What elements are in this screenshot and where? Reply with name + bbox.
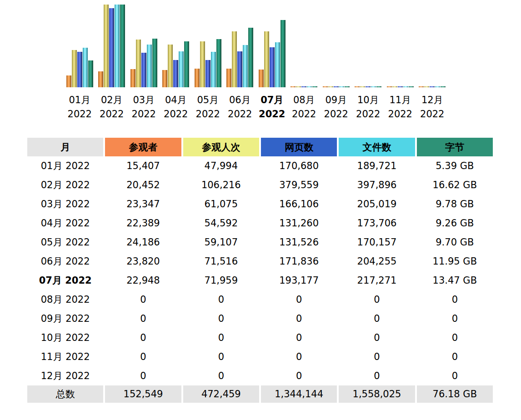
bar-bytes: [248, 28, 253, 87]
cell-month: 10月 2022: [27, 328, 103, 347]
cell-visitors: 20,452: [105, 175, 181, 195]
cell-files: 217,271: [339, 271, 415, 290]
bar-visits: [424, 86, 429, 87]
chart-month-label: 10月2022: [352, 93, 385, 121]
table-header: 月参观者参观人次网页数文件数字节: [27, 138, 493, 156]
table-row: 12月 202200000: [27, 366, 493, 385]
total-visits: 472,459: [183, 385, 259, 403]
table-row: 03月 202223,34761,075166,106205,0199.78 G…: [27, 195, 493, 214]
chart-month-label-year: 2022: [224, 107, 256, 121]
chart-month-label: 07月2022: [256, 93, 288, 121]
bar-files: [179, 51, 184, 87]
chart-month-label-month: 10月: [352, 93, 385, 107]
cell-month: 08月 2022: [27, 290, 103, 309]
bar-visits: [136, 40, 141, 87]
bar-visits: [392, 86, 397, 87]
chart-month-label-year: 2022: [128, 107, 160, 121]
bar-pages: [77, 52, 82, 87]
cell-bytes: 9.78 GB: [417, 195, 493, 214]
cell-pages: 0: [261, 366, 337, 385]
chart-month-group: [224, 5, 256, 87]
bar-visits: [168, 45, 173, 87]
bar-bytes: [345, 86, 350, 87]
chart-month-label-month: 09月: [320, 93, 352, 107]
cell-month: 03月 2022: [27, 195, 103, 214]
chart-month-label-month: 05月: [192, 93, 224, 107]
bar-pages: [205, 60, 210, 87]
table-body: 01月 202215,40747,994170,680189,7215.39 G…: [27, 156, 493, 403]
col-header-pages: 网页数: [261, 138, 337, 156]
chart-month-label-year: 2022: [256, 107, 288, 121]
cell-visitors: 22,948: [105, 271, 181, 290]
cell-pages: 0: [261, 328, 337, 347]
cell-bytes: 0: [417, 366, 493, 385]
cell-month: 11月 2022: [27, 347, 103, 366]
bar-visits: [264, 31, 269, 87]
bar-files: [243, 45, 248, 87]
col-header-files: 文件数: [339, 138, 415, 156]
col-header-visitors: 参观者: [105, 138, 181, 156]
total-pages: 1,344,144: [261, 385, 337, 403]
total-files: 1,558,025: [339, 385, 415, 403]
chart-month-label-year: 2022: [64, 107, 96, 121]
bar-visitors: [387, 86, 392, 87]
cell-visits: 71,959: [183, 271, 259, 290]
cell-visitors: 0: [105, 328, 181, 347]
total-row: 总数152,549472,4591,344,1441,558,02576.18 …: [27, 385, 493, 403]
chart-month-label: 12月2022: [416, 93, 449, 121]
chart-month-group: [384, 5, 416, 87]
chart-month-label: 08月2022: [288, 93, 321, 121]
cell-month: 09月 2022: [27, 309, 103, 328]
cell-bytes: 0: [417, 347, 493, 366]
chart-month-group: [256, 5, 288, 87]
header-row: 月参观者参观人次网页数文件数字节: [27, 138, 493, 156]
chart-month-label-month: 06月: [224, 93, 256, 107]
bar-visitors: [355, 86, 360, 87]
bar-files: [339, 86, 344, 87]
bar-pages: [109, 8, 114, 87]
cell-bytes: 5.39 GB: [417, 156, 493, 175]
monthly-stats-table: 月参观者参观人次网页数文件数字节 01月 202215,40747,994170…: [25, 138, 495, 403]
bar-bytes: [376, 86, 381, 87]
bar-visitors: [323, 86, 328, 87]
chart-month-label: 01月2022: [64, 93, 96, 121]
cell-month: 05月 2022: [27, 233, 103, 252]
total-label: 总数: [27, 385, 103, 403]
table-row: 02月 202220,452106,216379,559397,89616.62…: [27, 175, 493, 195]
chart-month-group: [96, 5, 128, 87]
cell-pages: 166,106: [261, 195, 337, 214]
cell-files: 0: [339, 290, 415, 309]
bar-visits: [296, 86, 301, 87]
cell-files: 189,721: [339, 156, 415, 175]
cell-visits: 71,516: [183, 252, 259, 271]
cell-visitors: 24,186: [105, 233, 181, 252]
total-visitors: 152,549: [105, 385, 181, 403]
cell-pages: 131,260: [261, 214, 337, 233]
bar-visitors: [98, 71, 103, 87]
bar-pages: [366, 86, 371, 87]
bar-visits: [328, 86, 333, 87]
cell-files: 0: [339, 328, 415, 347]
cell-bytes: 13.47 GB: [417, 271, 493, 290]
cell-files: 205,019: [339, 195, 415, 214]
table-row: 06月 202223,82071,516171,836204,25511.95 …: [27, 252, 493, 271]
bar-pages: [430, 86, 435, 87]
bar-visitors: [226, 69, 231, 87]
cell-visitors: 22,389: [105, 214, 181, 233]
cell-pages: 0: [261, 347, 337, 366]
bar-files: [435, 86, 440, 87]
bar-bytes: [312, 86, 317, 87]
chart-month-group: [288, 5, 321, 87]
cell-visits: 47,994: [183, 156, 259, 175]
cell-pages: 170,680: [261, 156, 337, 175]
chart-month-label: 09月2022: [320, 93, 352, 121]
chart-month-label-year: 2022: [384, 107, 416, 121]
cell-pages: 379,559: [261, 175, 337, 195]
bar-pages: [398, 86, 403, 87]
cell-visits: 0: [183, 366, 259, 385]
col-header-bytes: 字节: [417, 138, 493, 156]
bar-visitors: [130, 69, 135, 87]
chart-month-label-month: 01月: [64, 93, 96, 107]
bar-pages: [237, 51, 242, 87]
cell-visits: 106,216: [183, 175, 259, 195]
